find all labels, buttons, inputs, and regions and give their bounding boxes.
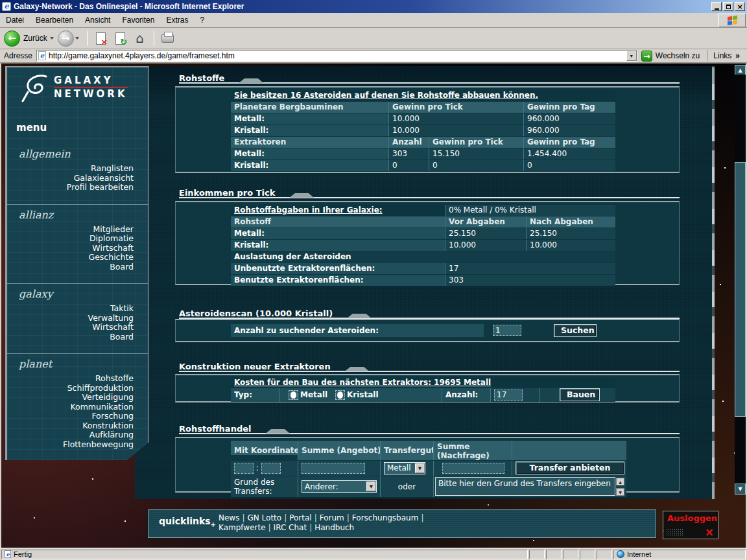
status-message-pane: e Fertig: [1, 550, 528, 559]
sidebar-item-taktik[interactable]: Taktik: [7, 304, 148, 314]
col-header-empty: [512, 441, 626, 460]
links-chevron-icon: »: [735, 51, 740, 60]
stop-button[interactable]: ×: [93, 30, 110, 47]
menu-bearbeiten[interactable]: Bearbeiten: [30, 14, 79, 27]
home-icon: ⌂: [136, 32, 144, 45]
print-button[interactable]: [160, 30, 176, 47]
quicklink-gn-lotto[interactable]: GN Lotto: [247, 513, 281, 522]
textarea-scroll-down[interactable]: ▼: [616, 488, 624, 496]
table-row: Kristall: 10.000 10.000: [231, 240, 679, 251]
logout-x-icon[interactable]: ×: [705, 527, 714, 538]
status-text: Fertig: [14, 550, 32, 558]
anzahl-input[interactable]: [494, 390, 523, 401]
quicklink-handbuch[interactable]: Handbuch: [314, 523, 354, 532]
oder-label: oder: [380, 476, 433, 497]
logo-text-galaxy: GALAXY: [54, 75, 113, 86]
radio-kristall[interactable]: [335, 390, 345, 400]
radio-dot: [290, 391, 296, 399]
koordinate-y-input[interactable]: [261, 463, 281, 474]
logo-text-network: NETWORK: [54, 88, 128, 100]
back-dropdown-icon[interactable]: [50, 37, 54, 40]
col-header: Planetare Bergbauminen: [231, 102, 388, 113]
sidebar-item-galaxy-board[interactable]: Board: [7, 332, 148, 342]
sidebar-item-galaxy-wirtschaft[interactable]: Wirtschaft: [7, 323, 148, 332]
bauen-button[interactable]: Bauen: [560, 388, 600, 401]
quicklink-forschungsbaum[interactable]: Forschungsbaum: [352, 513, 419, 522]
menu-ansicht[interactable]: Ansicht: [79, 14, 116, 27]
sidebar-section-galaxy: galaxy Taktik Verwaltung Wirtschaft Boar…: [7, 283, 148, 342]
quicklink-irc-chat[interactable]: IRC Chat: [274, 523, 307, 532]
links-label: Links: [713, 51, 731, 60]
textarea-scroll-up[interactable]: ▲: [616, 478, 624, 485]
quicklink-forum[interactable]: Forum: [320, 513, 344, 522]
sidebar-item-profil-bearbeiten[interactable]: Profil bearbeiten: [7, 183, 148, 192]
col-header: Vor Abgaben: [445, 216, 526, 228]
scrollbar-thumb[interactable]: [735, 162, 746, 417]
menu-hilfe[interactable]: ?: [194, 14, 210, 27]
sidebar-item-ranglisten[interactable]: Ranglisten: [7, 164, 148, 174]
grund-select[interactable]: Anderer: ▼: [302, 480, 377, 493]
sidebar-item-verteidigung[interactable]: Verteidigung: [7, 393, 148, 402]
logout-dots-decoration: [666, 528, 683, 535]
quicklink-news[interactable]: News: [219, 513, 239, 522]
transfer-anbieten-button[interactable]: Transfer anbieten: [516, 461, 624, 474]
sidebar-item-forschung[interactable]: Forschung: [7, 412, 148, 421]
home-button[interactable]: ⌂: [132, 30, 148, 47]
logout-box[interactable]: Ausloggen ×: [663, 511, 718, 539]
back-button[interactable]: ← Zurück: [4, 30, 58, 47]
sidebar-item-diplomatie[interactable]: Diplomatie: [7, 234, 148, 244]
table-row: Metall: 25.150 25.150: [231, 228, 679, 239]
scrollbar-down-button[interactable]: ▼: [735, 484, 746, 495]
radio-metall[interactable]: [289, 390, 298, 400]
menu-favoriten[interactable]: Favoriten: [116, 14, 160, 27]
col-header: Transfergut: [380, 441, 433, 460]
scan-count-input[interactable]: [493, 325, 521, 336]
angebot-input[interactable]: [302, 463, 365, 474]
sidebar-item-verwaltung[interactable]: Verwaltung: [7, 314, 148, 323]
refresh-button[interactable]: ↻: [112, 30, 129, 47]
nachfrage-input[interactable]: [442, 463, 504, 474]
close-button[interactable]: ×: [735, 2, 745, 11]
suchen-button[interactable]: Suchen: [554, 324, 597, 337]
sidebar-item-geschichte[interactable]: Geschichte: [7, 253, 148, 262]
quicklink-separator: |: [266, 523, 274, 532]
quicklink-separator: |: [281, 513, 289, 522]
rohstoffhandel-box: Mit Koordinaten Summe (Angebot) Transfer…: [175, 437, 680, 493]
forward-dropdown-icon[interactable]: [75, 37, 79, 40]
window-title: Galaxy-Network - Das Onlinespiel - Micro…: [14, 2, 711, 11]
quicklink-kampfwerte[interactable]: Kampfwerte: [219, 523, 266, 532]
sidebar-item-flottenbewegung[interactable]: Flottenbewegung: [7, 440, 148, 450]
sidebar-item-galaxieansicht[interactable]: Galaxieansicht: [7, 174, 148, 183]
minimize-button[interactable]: [711, 2, 722, 11]
sidebar-item-mitglieder[interactable]: Mitglieder: [7, 225, 148, 235]
quicklink-portal[interactable]: Portal: [289, 513, 311, 522]
section-head-rohstoffhandel: Rohstoffhandel: [179, 424, 680, 434]
sidebar-item-kommunikation[interactable]: Kommunikation: [7, 402, 148, 412]
links-button[interactable]: Links »: [707, 50, 745, 62]
col-header: Gewinn pro Tick: [429, 137, 523, 148]
restore-button[interactable]: [723, 2, 733, 11]
sidebar-item-aufklaerung[interactable]: Aufklärung: [7, 430, 148, 440]
koordinate-x-input[interactable]: [234, 463, 254, 474]
sidebar-item-konstruktion[interactable]: Konstruktion: [7, 421, 148, 431]
sidebar-item-allianz-wirtschaft[interactable]: Wirtschaft: [7, 244, 148, 253]
address-bar: Adresse e http://game.galaxynet.4players…: [0, 49, 747, 64]
sidebar-item-rohstoffe[interactable]: Rohstoffe: [7, 374, 148, 384]
section-tab-decoration: [260, 429, 294, 434]
grund-textarea[interactable]: Bitte hier den Grund des Transfers einge…: [435, 477, 615, 496]
menu-extras[interactable]: Extras: [160, 14, 194, 27]
address-input[interactable]: e http://game.galaxynet.4players.de/game…: [36, 50, 637, 62]
sidebar-item-allianz-board[interactable]: Board: [7, 262, 148, 272]
refresh-icon: ↻: [115, 32, 125, 45]
address-dropdown-button[interactable]: ▼: [626, 51, 637, 61]
address-label: Adresse: [2, 51, 36, 60]
go-button[interactable]: → Wechseln zu: [640, 50, 704, 62]
menu-datei[interactable]: Datei: [0, 14, 30, 27]
logout-label[interactable]: Ausloggen: [663, 511, 718, 523]
status-pane: [529, 550, 545, 559]
transfergut-select[interactable]: Metall ▼: [384, 462, 425, 474]
forward-button[interactable]: →: [58, 30, 83, 47]
sidebar-item-schiffproduktion[interactable]: Schiffproduktion: [7, 384, 148, 393]
koordinaten-separator: :: [256, 463, 259, 472]
typ-label: Typ:: [231, 388, 279, 402]
